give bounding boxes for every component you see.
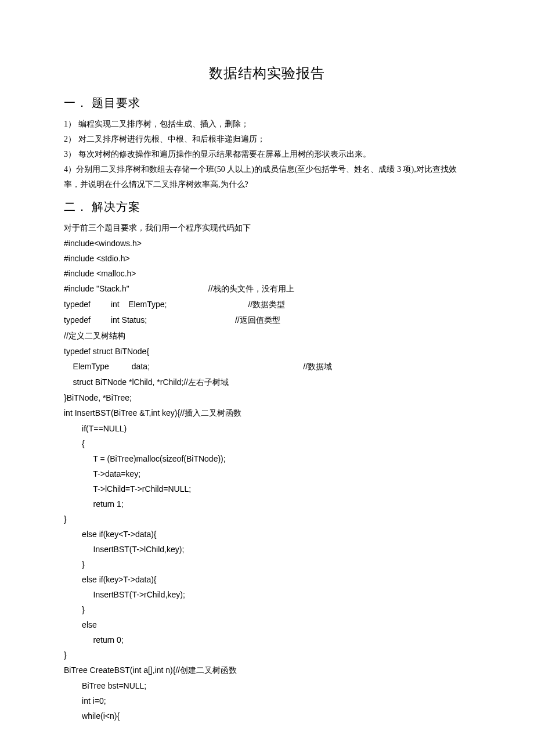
code-line: return 0; <box>64 632 470 647</box>
code-line: InsertBST(T->rChild,key); <box>64 587 470 602</box>
code-line: }BiTNode, *BiTree; <box>64 390 470 405</box>
code-line: //定义二叉树结构 <box>64 328 470 344</box>
code-line: } <box>64 647 470 663</box>
requirement-1: 1） 编程实现二叉排序树，包括生成、插入，删除； <box>64 117 470 132</box>
code-line: typedef int ElemType; //数据类型 <box>64 297 470 312</box>
code-line: struct BiTNode *lChild, *rChild;//左右子树域 <box>64 375 470 390</box>
code-line: #include "Stack.h" //栈的头文件，没有用上 <box>64 281 470 297</box>
code-line: } <box>64 557 470 572</box>
code-line: #include <malloc.h> <box>64 266 470 281</box>
code-line: else <box>64 617 470 632</box>
code-line: return 1; <box>64 496 470 512</box>
code-line: while(i<n){ <box>64 708 470 723</box>
code-line: else if(key<T->data){ <box>64 527 470 542</box>
section-1-heading: 一． 题目要求 <box>64 95 470 111</box>
section-2-heading: 二． 解决方案 <box>64 199 470 215</box>
code-line: int i=0; <box>64 693 470 708</box>
section-2-intro: 对于前三个题目要求，我们用一个程序实现代码如下 <box>64 221 470 236</box>
code-line: if(T==NULL) <box>64 421 470 436</box>
code-block: #include<windows.h>#include <stdio.h>#in… <box>64 236 470 723</box>
document-page: 数据结构实验报告 一． 题目要求 1） 编程实现二叉排序树，包括生成、插入，删除… <box>0 0 534 747</box>
code-line: T->data=key; <box>64 466 470 481</box>
code-line: } <box>64 602 470 617</box>
code-line: InsertBST(T->lChild,key); <box>64 542 470 557</box>
code-line: int InsertBST(BiTree &T,int key){//插入二叉树… <box>64 405 470 421</box>
code-line: BiTree bst=NULL; <box>64 678 470 693</box>
code-line: T = (BiTree)malloc(sizeof(BiTNode)); <box>64 451 470 466</box>
code-line: T->lChild=T->rChild=NULL; <box>64 481 470 496</box>
code-line: #include<windows.h> <box>64 236 470 251</box>
code-line: BiTree CreateBST(int a[],int n){//创建二叉树函… <box>64 663 470 678</box>
document-title: 数据结构实验报告 <box>64 64 470 82</box>
requirement-2: 2） 对二叉排序树进行先根、中根、和后根非递归遍历； <box>64 132 470 147</box>
code-line: #include <stdio.h> <box>64 251 470 266</box>
requirement-4: 4）分别用二叉排序树和数组去存储一个班(50 人以上)的成员信息(至少包括学号、… <box>64 162 470 192</box>
code-line: else if(key>T->data){ <box>64 572 470 587</box>
code-line: typedef int Status; //返回值类型 <box>64 312 470 328</box>
code-line: { <box>64 436 470 451</box>
code-line: typedef struct BiTNode{ <box>64 344 470 359</box>
requirement-3: 3） 每次对树的修改操作和遍历操作的显示结果都需要在屏幕上用树的形状表示出来。 <box>64 147 470 162</box>
code-line: } <box>64 512 470 527</box>
code-line: ElemType data; //数据域 <box>64 359 470 375</box>
